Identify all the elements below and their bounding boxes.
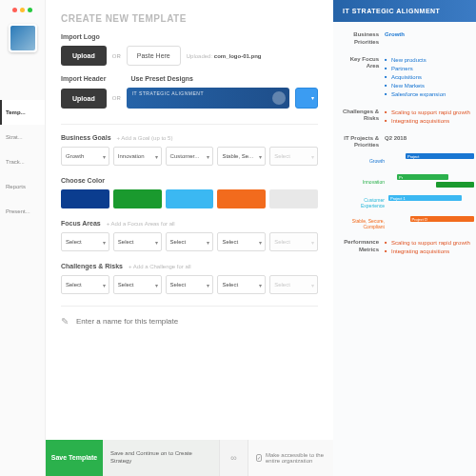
focus-select-1[interactable]: Select	[61, 232, 109, 251]
or-text: OR	[112, 53, 121, 59]
swatch-gray[interactable]	[269, 189, 318, 208]
nav-templates[interactable]: Temp...	[0, 100, 45, 125]
pv-proj-period: Q2 2018	[385, 135, 474, 150]
goal-select-4[interactable]: Stable, Se...	[217, 147, 266, 166]
preset-design-chip[interactable]: IT STRATEGIC ALIGNMENT	[127, 88, 289, 109]
business-goals-label: Business Goals	[61, 134, 111, 141]
list-item: Salesforce expansion	[385, 90, 446, 99]
share-icon[interactable]: ∞	[219, 440, 248, 476]
pv-perf-label: Performance Metrics	[341, 239, 385, 256]
list-item: Scaling to support rapid growth	[385, 239, 470, 248]
pv-biz-label: Business Priorities	[341, 31, 385, 47]
goal-select-3[interactable]: Customer...	[166, 147, 214, 166]
swatch-navy[interactable]	[61, 189, 109, 208]
goal-select-2[interactable]: Innovation	[113, 147, 162, 166]
uploaded-status: Uploaded: com_logo-01.png	[187, 53, 262, 59]
list-item: Acquisitions	[385, 73, 446, 82]
choose-color-label: Choose Color	[61, 177, 318, 184]
focus-row: Select Select Select Select Select	[61, 232, 318, 251]
focus-select-3[interactable]: Select	[166, 232, 214, 251]
pv-chal-list: Scaling to support rapid growth Integrat…	[385, 109, 470, 126]
swatch-row	[61, 189, 318, 208]
window-controls	[12, 8, 32, 12]
pv-focus-list: New products Partners Acquisitions New M…	[385, 56, 446, 99]
preview-panel: IT STRATEGIC ALIGNMENT Business Prioriti…	[333, 0, 476, 476]
sidebar: Temp... Strat... Track... Reports Presen…	[0, 0, 46, 476]
gantt-lane-stable: Stable, Secure, Compliant	[341, 218, 388, 229]
preset-color-select[interactable]	[295, 88, 318, 109]
goal-select-5[interactable]: Select	[269, 147, 318, 166]
page-title: CREATE NEW TEMPLATE	[61, 13, 318, 24]
nav-tracking[interactable]: Track...	[0, 149, 45, 174]
list-item: Integrating acquisitions	[385, 248, 470, 256]
challenges-hint: + Add a Challenge for all	[129, 264, 191, 269]
focus-select-2[interactable]: Select	[113, 232, 162, 251]
avatar[interactable]	[9, 24, 37, 52]
gantt-chart: Growth Project Innovation Pr Customer Ex…	[341, 153, 474, 231]
list-item: New products	[385, 56, 446, 65]
access-label: Make accessible to the entire organizati…	[266, 452, 326, 464]
template-name-input[interactable]	[76, 317, 318, 326]
focus-select-4[interactable]: Select	[217, 232, 266, 251]
pv-perf-list: Scaling to support rapid growth Integrat…	[385, 239, 470, 256]
challenges-label: Challenges & Risks	[61, 263, 123, 269]
pv-focus-label: Key Focus Area	[341, 56, 385, 99]
challenge-select-4[interactable]: Select	[217, 275, 266, 294]
preview-title: IT STRATEGIC ALIGNMENT	[333, 0, 476, 22]
focus-select-5[interactable]: Select	[269, 232, 318, 251]
pv-chal-label: Challenges & Risks	[341, 109, 385, 126]
minimize-dot[interactable]	[20, 8, 25, 12]
footer-bar: Save Template Save and Continue on to Cr…	[46, 440, 333, 476]
preset-designs-label: Use Preset Designs	[130, 75, 192, 82]
gantt-lane-innovation: Innovation	[341, 179, 388, 185]
pv-proj-label: IT Projects & Priorities	[341, 135, 385, 150]
import-header-label: Import Header	[61, 75, 106, 82]
upload-logo-button[interactable]: Upload	[61, 46, 107, 66]
nav-strategy[interactable]: Strat...	[0, 125, 45, 149]
list-item: Integrating acquisitions	[385, 117, 470, 126]
pv-biz-value: Growth	[385, 31, 474, 47]
or-text-2: OR	[112, 95, 121, 101]
gantt-lane-customer: Customer Experience	[341, 197, 388, 208]
pencil-icon: ✎	[61, 316, 69, 327]
nav-reports[interactable]: Reports	[0, 174, 45, 199]
main-panel: CREATE NEW TEMPLATE Import Logo Upload O…	[46, 0, 333, 476]
nav-list: Temp... Strat... Track... Reports Presen…	[0, 100, 45, 224]
save-continue-button[interactable]: Save and Continue on to Create Strategy	[103, 440, 219, 476]
swatch-orange[interactable]	[217, 189, 266, 208]
challenges-row: Select Select Select Select Select	[61, 275, 318, 294]
list-item: New Markets	[385, 82, 446, 90]
challenge-select-1[interactable]: Select	[61, 275, 109, 294]
list-item: Partners	[385, 65, 446, 73]
zoom-dot[interactable]	[28, 8, 32, 12]
list-item: Scaling to support rapid growth	[385, 109, 470, 117]
import-logo-label: Import Logo	[61, 33, 318, 40]
swatch-sky[interactable]	[166, 189, 214, 208]
focus-areas-hint: + Add a Focus Areas for all	[107, 221, 175, 227]
business-goals-hint: + Add a Goal (up to 5)	[117, 135, 173, 141]
upload-header-button[interactable]: Upload	[61, 89, 107, 109]
nav-presentation[interactable]: Present...	[0, 199, 45, 224]
swatch-green[interactable]	[113, 189, 162, 208]
challenge-select-5[interactable]: Select	[269, 275, 318, 294]
goals-row: Growth Innovation Customer... Stable, Se…	[61, 147, 318, 166]
access-checkbox[interactable]: ✓	[256, 454, 262, 462]
gantt-lane-growth: Growth	[341, 158, 388, 164]
goal-select-1[interactable]: Growth	[61, 147, 109, 166]
challenge-select-3[interactable]: Select	[166, 275, 214, 294]
close-dot[interactable]	[12, 8, 17, 12]
access-toggle[interactable]: ✓ Make accessible to the entire organiza…	[248, 440, 333, 476]
challenge-select-2[interactable]: Select	[113, 275, 162, 294]
focus-areas-label: Focus Areas	[61, 220, 101, 227]
paste-logo-button[interactable]: Paste Here	[127, 46, 181, 66]
save-template-button[interactable]: Save Template	[46, 440, 103, 476]
